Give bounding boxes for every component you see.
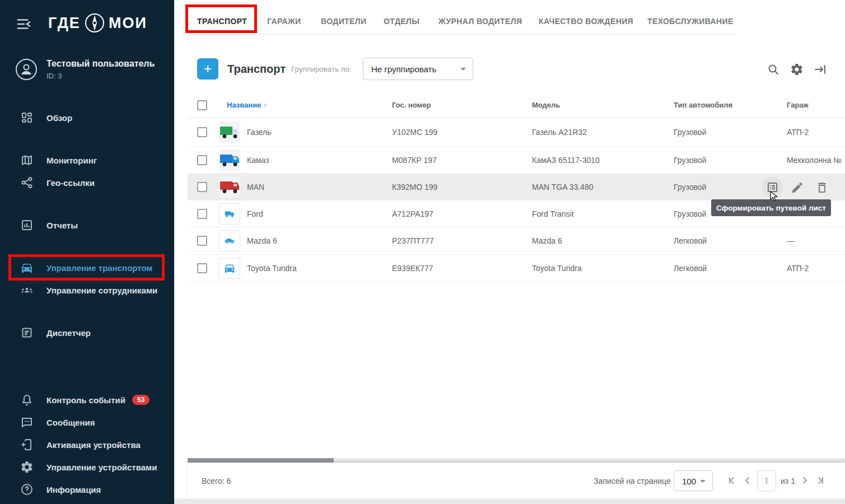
sidebar-item-monitoring[interactable]: Мониторинг	[0, 149, 174, 171]
map-icon	[20, 153, 34, 167]
row-checkbox[interactable]	[197, 127, 207, 137]
table-row[interactable]: Mazda 6 Р237ПТ777 Mazda 6 Легковой —	[188, 227, 845, 255]
next-page-icon[interactable]	[799, 475, 810, 486]
sidebar-item-employee-management[interactable]: Управление сотрудниками	[0, 279, 174, 301]
per-page-value: 100	[682, 476, 696, 486]
sidebar-item-messages[interactable]: Сообщения	[0, 411, 174, 433]
edit-icon[interactable]	[791, 181, 804, 194]
horizontal-scrollbar-thumb[interactable]	[188, 458, 334, 463]
app-root: ГДЕ МОИ Тестовый пользователь	[0, 0, 845, 504]
car-icon	[20, 261, 34, 274]
chat-icon	[20, 416, 34, 429]
pagination-bar: Всего: 6 Записей на странице 100 1 из 1	[188, 463, 845, 498]
table-row[interactable]: Газель У102МС 199 Газель А21R32 Грузовой…	[188, 118, 845, 147]
logo-text-right: МОИ	[109, 15, 147, 32]
vehicle-sedan-icon	[219, 230, 240, 251]
current-page-input[interactable]: 1	[757, 470, 776, 491]
tab-driving-quality[interactable]: КАЧЕСТВО ВОЖДЕНИЯ	[539, 17, 633, 26]
table-header: Название ↑ Гос. номер Модель Тип автомоб…	[188, 92, 845, 118]
tab-garages[interactable]: ГАРАЖИ	[267, 17, 301, 26]
table-settings-icon[interactable]	[790, 63, 804, 76]
table-row-hovered[interactable]: MAN К392МО 199 MAN TGA 33.480 Грузовой	[188, 174, 845, 200]
sidebar-item-event-control[interactable]: Контроль событий 53	[0, 389, 174, 411]
page-of-label: из 1	[781, 477, 795, 486]
sidebar-item-dispatcher[interactable]: Диспетчер	[0, 321, 174, 344]
column-header-plate[interactable]: Гос. номер	[392, 101, 431, 109]
people-icon	[20, 283, 34, 297]
gear-icon	[20, 460, 34, 474]
add-vehicle-button[interactable]: +	[197, 58, 218, 80]
avatar-icon	[15, 58, 38, 81]
search-icon[interactable]	[767, 63, 780, 76]
tab-drivers[interactable]: ВОДИТЕЛИ	[321, 17, 366, 26]
tabs-underline	[190, 34, 736, 35]
column-header-model[interactable]: Модель	[532, 101, 560, 109]
delete-icon[interactable]	[815, 181, 829, 194]
row-checkbox[interactable]	[197, 155, 207, 165]
column-header-type[interactable]: Тип автомобиля	[674, 101, 732, 109]
menu-collapse-icon[interactable]	[16, 16, 32, 31]
tab-driver-journal[interactable]: ЖУРНАЛ ВОДИТЕЛЯ	[438, 17, 522, 26]
vehicle-photo-blue-truck	[219, 150, 240, 171]
sort-asc-icon: ↑	[263, 101, 267, 109]
dashboard-icon	[20, 111, 34, 124]
column-header-name[interactable]: Название ↑	[227, 101, 267, 109]
tab-maintenance[interactable]: ТЕХОБСЛУЖИВАНИЕ	[647, 17, 734, 26]
chevron-down-icon	[460, 68, 466, 71]
prev-page-icon[interactable]	[742, 475, 753, 486]
chevron-down-icon	[700, 480, 706, 483]
sidebar: ГДЕ МОИ Тестовый пользователь	[0, 0, 174, 504]
logo-text-left: ГДЕ	[48, 15, 81, 32]
event-count-badge: 53	[132, 395, 150, 405]
horizontal-scrollbar[interactable]	[188, 458, 845, 463]
total-count: Всего: 6	[202, 477, 231, 486]
per-page-select[interactable]: 100	[674, 470, 713, 491]
share-icon	[20, 176, 34, 189]
table-row[interactable]: Камаз М087КР 197 КамАЗ 65117-3010 Грузов…	[188, 147, 845, 174]
sidebar-item-overview[interactable]: Обзор	[0, 106, 174, 129]
sidebar-item-device-management[interactable]: Управление устройствами	[0, 456, 174, 478]
user-profile[interactable]: Тестовый пользователь ID: 3	[15, 58, 155, 81]
tab-departments[interactable]: ОТДЕЛЫ	[384, 17, 419, 26]
sidebar-item-device-activation[interactable]: Активация устройства	[0, 433, 174, 456]
row-checkbox[interactable]	[197, 182, 207, 192]
row-checkbox[interactable]	[197, 263, 207, 273]
tab-transport[interactable]: ТРАНСПОРТ	[197, 17, 247, 26]
reports-icon	[20, 218, 34, 232]
sidebar-item-reports[interactable]: Отчеты	[0, 214, 174, 236]
vehicle-photo-red-truck	[219, 176, 240, 198]
column-header-garage[interactable]: Гараж	[787, 101, 809, 109]
dispatcher-icon	[20, 326, 34, 339]
group-by-select[interactable]: Не группировать	[363, 58, 473, 80]
collapse-panel-icon[interactable]	[814, 63, 827, 76]
bottom-strip	[174, 498, 845, 504]
user-name: Тестовый пользователь	[46, 59, 155, 69]
per-page-label: Записей на странице	[594, 477, 671, 486]
mouse-cursor	[769, 191, 779, 202]
user-id: ID: 3	[46, 72, 155, 80]
sidebar-item-geolinks[interactable]: Гео-ссылки	[0, 171, 174, 194]
last-page-icon[interactable]	[815, 475, 826, 486]
bell-icon	[20, 393, 34, 407]
vehicle-photo-green-truck	[219, 122, 240, 143]
sidebar-item-transport-management[interactable]: Управление транспортом	[0, 256, 174, 279]
select-all-checkbox[interactable]	[197, 100, 207, 110]
table-row[interactable]: Toyota Tundra Е939ЕК777 Toyota Tundra Ле…	[188, 255, 845, 282]
page-title: Транспорт	[227, 63, 286, 76]
help-icon	[20, 483, 34, 496]
compass-icon	[82, 10, 108, 36]
row-checkbox[interactable]	[197, 209, 207, 219]
vehicle-truck-icon	[219, 203, 240, 225]
vehicle-car-front-icon	[219, 258, 240, 279]
device-add-icon	[20, 438, 34, 451]
group-by-value: Не группировать	[371, 64, 436, 74]
sidebar-item-information[interactable]: Информация	[0, 478, 174, 501]
row-checkbox[interactable]	[197, 236, 207, 246]
app-logo: ГДЕ МОИ	[48, 10, 147, 36]
first-page-icon[interactable]	[726, 475, 737, 486]
group-by-label: Группировать по:	[291, 65, 352, 73]
